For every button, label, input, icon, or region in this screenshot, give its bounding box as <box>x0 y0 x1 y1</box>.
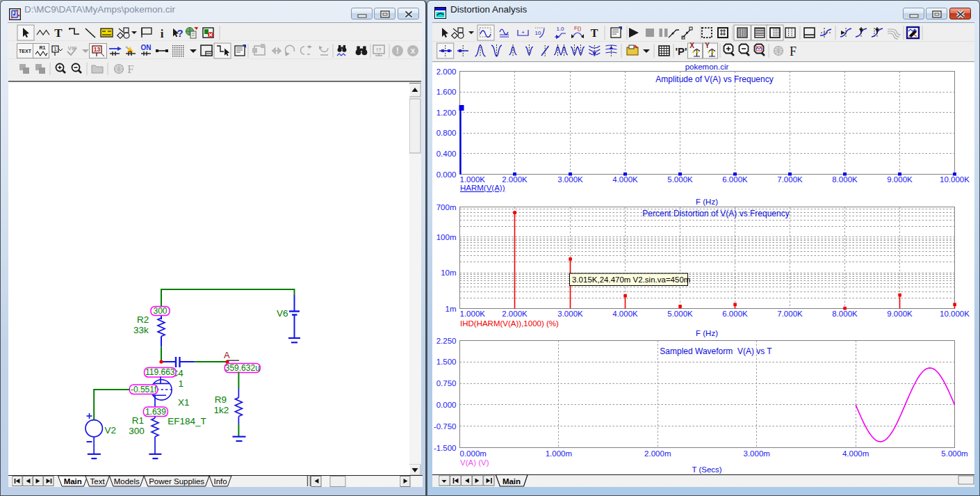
svg-text:33k: 33k <box>133 325 149 335</box>
svg-text:?: ? <box>177 27 183 39</box>
svg-text:-0.750: -0.750 <box>434 422 457 431</box>
svg-text:T: T <box>591 27 598 39</box>
svg-text:Models: Models <box>114 477 140 486</box>
svg-text:1.600: 1.600 <box>436 88 457 96</box>
svg-text:9.000K: 9.000K <box>887 310 913 318</box>
svg-text:1.200: 1.200 <box>436 109 457 117</box>
svg-text:Sampled Waveform V(A) vs T: Sampled Waveform V(A) vs T <box>660 346 772 356</box>
svg-text:!?: !? <box>376 47 382 53</box>
svg-text:1.0: 1.0 <box>556 26 564 32</box>
svg-text:1: 1 <box>179 378 184 389</box>
svg-text:8.000K: 8.000K <box>832 310 858 318</box>
svg-text:0.750: 0.750 <box>436 379 457 387</box>
svg-text:7.000K: 7.000K <box>777 310 803 318</box>
svg-text:F (Hz): F (Hz) <box>696 198 718 206</box>
svg-text:Main: Main <box>64 477 82 486</box>
svg-text:F(): F() <box>574 25 582 31</box>
svg-text:0.000: 0.000 <box>436 401 457 409</box>
svg-text:1.000m: 1.000m <box>546 449 572 458</box>
svg-text:X: X <box>689 42 694 49</box>
svg-text:1.000K: 1.000K <box>460 175 486 184</box>
svg-text:EF184_T: EF184_T <box>168 416 206 426</box>
svg-text:359.632u: 359.632u <box>225 363 260 373</box>
svg-text:2.250: 2.250 <box>436 337 457 345</box>
svg-text:300: 300 <box>153 306 167 316</box>
svg-text:R1: R1 <box>132 415 144 426</box>
svg-text:3.000m: 3.000m <box>744 449 770 458</box>
svg-text:6.000K: 6.000K <box>722 310 748 318</box>
svg-text:6.000K: 6.000K <box>722 175 748 184</box>
svg-text:i: i <box>161 27 164 40</box>
svg-text:Power Supplies: Power Supplies <box>149 477 204 486</box>
svg-text:100m: 100m <box>436 233 457 241</box>
svg-text:ON: ON <box>141 44 152 51</box>
svg-text:7.000K: 7.000K <box>777 175 803 184</box>
svg-text:-0.551f: -0.551f <box>131 385 157 394</box>
svg-text:2.000K: 2.000K <box>502 310 528 318</box>
svg-text:R2: R2 <box>137 314 149 325</box>
svg-text:10m: 10m <box>441 269 456 277</box>
svg-text:0.400: 0.400 <box>436 150 457 158</box>
svg-text:'P': 'P' <box>675 45 687 57</box>
svg-text:V6: V6 <box>277 308 288 319</box>
svg-text:T (Secs): T (Secs) <box>692 465 721 474</box>
svg-text:R1: R1 <box>40 45 46 50</box>
svg-text:2.000m: 2.000m <box>644 449 671 458</box>
svg-text:pokemon.cir: pokemon.cir <box>685 63 729 71</box>
svg-text:700m: 700m <box>436 203 457 211</box>
svg-text:5.000K: 5.000K <box>667 310 693 318</box>
svg-text:9.000K: 9.000K <box>887 175 913 184</box>
svg-text:Text: Text <box>90 477 106 486</box>
svg-text:0.000: 0.000 <box>436 170 457 179</box>
svg-text:F (Hz): F (Hz) <box>696 329 718 337</box>
svg-text:119.663: 119.663 <box>145 367 175 377</box>
svg-text:300: 300 <box>129 426 145 436</box>
svg-text:3.000K: 3.000K <box>557 175 583 184</box>
svg-text:0.000m: 0.000m <box>460 449 487 458</box>
svg-text:2.000K: 2.000K <box>502 175 528 184</box>
svg-text:5.000K: 5.000K <box>667 175 693 184</box>
svg-text:1m: 1m <box>446 305 457 313</box>
svg-text:10: 10 <box>535 30 541 36</box>
svg-text:3.000K: 3.000K <box>557 310 583 318</box>
svg-text:10.000K: 10.000K <box>940 310 970 318</box>
svg-text:2.000: 2.000 <box>436 67 457 76</box>
svg-text:R9: R9 <box>215 394 227 405</box>
svg-text:4.000K: 4.000K <box>612 175 638 184</box>
svg-text:10.000K: 10.000K <box>940 175 970 184</box>
svg-text:V2: V2 <box>105 425 117 435</box>
svg-text:F: F <box>790 45 797 58</box>
svg-text:Y: Y <box>705 42 710 49</box>
svg-text:Amplitude of V(A) vs Frequency: Amplitude of V(A) vs Frequency <box>655 74 773 84</box>
svg-text:HARM(V(A)): HARM(V(A)) <box>460 184 505 192</box>
svg-text:1.500: 1.500 <box>436 358 457 366</box>
svg-text:1: 1 <box>54 46 57 52</box>
svg-text:4.000K: 4.000K <box>612 310 638 318</box>
svg-text:Percent Distortion of V(A) vs: Percent Distortion of V(A) vs Frequency <box>642 209 789 218</box>
svg-text:13: 13 <box>94 46 101 53</box>
svg-text:T: T <box>54 26 63 40</box>
svg-text:1.000K: 1.000K <box>460 310 486 318</box>
svg-text:Main: Main <box>503 477 521 486</box>
svg-text:!: ! <box>396 45 399 56</box>
svg-text:TEXT: TEXT <box>19 49 32 54</box>
svg-text:1k2: 1k2 <box>214 405 229 415</box>
svg-text:IHD(HARM(V(A)),1000) (%): IHD(HARM(V(A)),1000) (%) <box>460 319 559 328</box>
svg-text:F: F <box>127 63 133 76</box>
svg-text:+: + <box>521 29 525 35</box>
svg-text:-1.500: -1.500 <box>434 444 457 452</box>
svg-text:3.015K,24.470m V2.sin.va=450m: 3.015K,24.470m V2.sin.va=450m <box>572 275 690 284</box>
svg-text:A: A <box>224 350 230 360</box>
svg-text:5.000m: 5.000m <box>941 449 967 458</box>
svg-text:V(A) (V): V(A) (V) <box>460 458 489 467</box>
svg-text:1.639: 1.639 <box>145 407 166 417</box>
svg-text:8.000K: 8.000K <box>832 175 858 184</box>
svg-text:0.800: 0.800 <box>436 129 457 137</box>
svg-text:X1: X1 <box>178 397 190 408</box>
svg-text:x: x <box>411 46 416 56</box>
svg-text:Info: Info <box>213 477 227 486</box>
svg-text:4.000m: 4.000m <box>842 449 869 458</box>
